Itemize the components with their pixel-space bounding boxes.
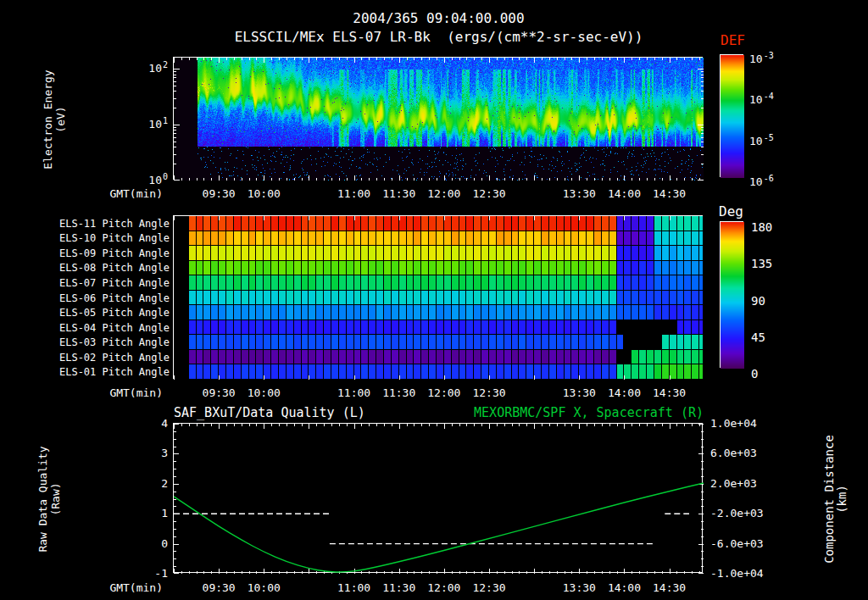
p1-ytick-value: 100 [148,174,168,186]
pitch-row-label: ELS-08 Pitch Angle [22,262,170,274]
deg-colorbar-tick-label: 45 [751,331,765,344]
power-base: 10 [148,118,162,131]
power-base: 10 [749,175,763,188]
x-tick-label: 10:00 [236,386,291,399]
power-exponent: 1 [163,116,168,125]
p3-x-axis-label: GMT(min) [98,581,163,594]
def-colorbar-tick-label: 10-3 [749,53,774,65]
def-colorbar-value: 10-5 [749,135,774,147]
x-tick-label: 14:30 [643,581,697,594]
p1-y-axis-label: Electron Energy (eV) [42,69,67,169]
def-colorbar-value: 10-4 [749,93,774,106]
p3-left-tick-label: 3 [134,447,168,459]
plot-page: 2004/365 09:04:00.000 ELSSCIL/MEx ELS-07… [0,0,868,600]
power-base: 10 [148,174,162,186]
pitch-row-label: ELS-06 Pitch Angle [22,292,170,304]
p1-ytick-value: 102 [148,62,168,75]
deg-colorbar-tick-label: 180 [751,220,772,234]
spectrogram-canvas [174,58,704,181]
pitch-row-label: ELS-10 Pitch Angle [22,232,170,244]
pitch-row-label: ELS-05 Pitch Angle [22,307,170,319]
pitch-row-label: ELS-07 Pitch Angle [22,277,170,289]
p2-x-axis-label: GMT(min) [98,386,163,399]
power-exponent: 0 [163,172,168,181]
x-tick-label: 14:30 [643,386,697,399]
p3-left-y-axis-label: Raw Data Quality (Raw) [36,446,62,552]
p1-ytick-label: 102 [124,62,168,75]
dataset-title: ELSSCIL/MEx ELS-07 LR-Bk (ergs/(cm**2-sr… [174,29,704,45]
def-colorbar-canvas [721,55,744,178]
deg-colorbar-canvas [721,222,744,369]
pitch-angle-canvas [174,216,704,380]
def-colorbar-tick-label: 10-6 [749,175,774,188]
deg-colorbar-tick-label: 135 [751,257,772,270]
pitch-row-label: ELS-02 Pitch Angle [22,352,170,364]
power-exponent: 2 [163,60,168,69]
def-colorbar-value: 10-6 [749,175,774,188]
label-line: Raw Data Quality [36,446,49,552]
pitch-row-label: ELS-04 Pitch Angle [22,322,170,334]
p1-ytick-label: 100 [124,174,168,186]
pitch-row-label: ELS-11 Pitch Angle [22,218,170,230]
p1-ytick-value: 101 [148,118,168,131]
power-exponent: -6 [764,174,774,183]
p1-x-axis-label: GMT(min) [98,187,163,200]
pitch-row-label: ELS-01 Pitch Angle [22,366,170,378]
def-colorbar-title: DEF [721,32,745,48]
power-base: 10 [749,135,763,147]
p3-right-y-axis-label: Component Distance (km) [823,435,849,564]
p3-right-tick-label: 1.0e+04 [710,417,775,430]
p3-left-tick-label: 0 [134,537,168,550]
x-tick-label: 10:00 [236,581,291,594]
line-plot-canvas [174,424,704,574]
p3-left-tick-label: 1 [134,507,168,519]
label-line: (km) [836,435,849,564]
pitch-row-label: ELS-03 Pitch Angle [22,336,170,348]
p3-left-tick-label: -1 [134,567,168,580]
p3-right-tick-label: -6.0e+03 [710,537,775,550]
label-line: Component Distance [823,435,836,564]
def-colorbar-tick-label: 10-4 [749,93,774,106]
power-base: 10 [749,53,763,65]
p1-ytick-label: 101 [124,118,168,131]
x-tick-label: 12:30 [462,386,516,399]
p3-right-tick-label: -2.0e+03 [710,507,775,519]
p3-right-title: MEXORBMC/SPF X, Spacecraft (R) [174,405,704,420]
power-base: 10 [148,62,162,75]
p3-right-tick-label: 2.0e+03 [710,477,775,490]
p3-right-tick-label: -1.0e+04 [710,567,775,580]
power-exponent: -5 [764,133,774,142]
deg-colorbar-title: Deg [719,203,743,219]
p3-left-tick-label: 4 [134,417,168,430]
power-exponent: -4 [764,92,774,101]
timestamp-title: 2004/365 09:04:00.000 [174,10,704,26]
p3-left-tick-label: 2 [134,477,168,490]
def-colorbar-value: 10-3 [749,53,774,65]
deg-colorbar-tick-label: 0 [751,367,758,381]
power-exponent: -3 [764,51,774,60]
deg-colorbar-tick-label: 90 [751,294,765,308]
def-colorbar-tick-label: 10-5 [749,135,774,147]
x-tick-label: 12:30 [462,581,516,594]
pitch-row-label: ELS-09 Pitch Angle [22,247,170,259]
x-tick-label: 12:30 [462,187,516,200]
x-tick-label: 14:30 [643,187,697,200]
label-line: (Raw) [49,446,62,552]
power-base: 10 [749,93,763,106]
x-tick-label: 10:00 [236,187,291,200]
label-line: (eV) [54,69,67,169]
label-line: Electron Energy [42,69,54,169]
p3-right-tick-label: 6.0e+03 [710,447,775,459]
